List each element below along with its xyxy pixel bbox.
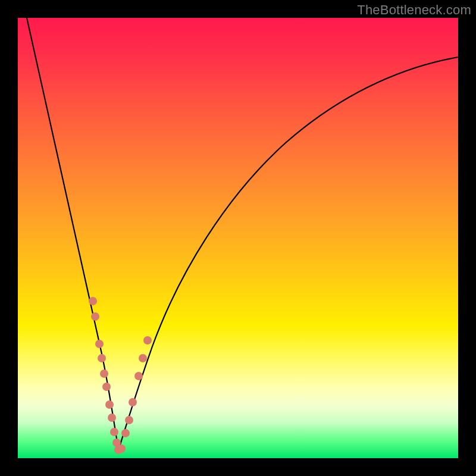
svg-point-7 [108,414,116,422]
svg-point-5 [102,383,111,391]
svg-point-16 [139,354,147,362]
curve-markers [89,297,152,454]
svg-point-15 [134,372,143,380]
watermark-text: TheBottleneck.com [357,2,471,18]
outer-frame: TheBottleneck.com [0,0,476,476]
svg-point-1 [91,312,99,321]
svg-point-8 [110,428,118,436]
svg-point-17 [143,336,152,345]
svg-point-13 [125,416,133,424]
bottleneck-curve [18,18,458,458]
svg-point-11 [117,444,126,453]
svg-point-2 [95,340,104,348]
curve-right-branch [118,57,458,450]
svg-point-12 [121,429,130,437]
svg-point-0 [89,297,97,305]
svg-point-4 [100,369,108,378]
svg-point-3 [98,354,106,362]
svg-point-14 [129,398,137,406]
svg-point-6 [105,400,114,409]
plot-area [18,18,458,458]
